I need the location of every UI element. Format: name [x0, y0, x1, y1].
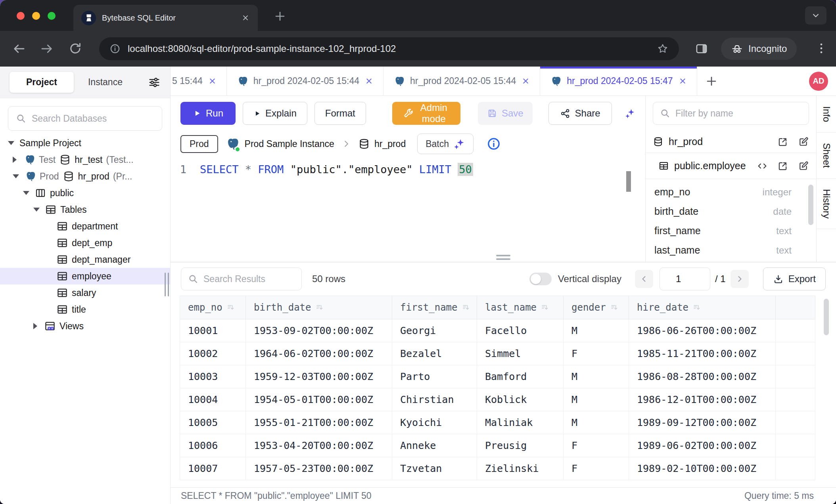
cell[interactable]: Maliniak	[477, 411, 564, 434]
ai-sparkle-icon[interactable]	[625, 105, 635, 121]
cell[interactable]: Bezalel	[392, 342, 477, 365]
sort-icon[interactable]	[610, 303, 619, 312]
cell[interactable]: 1989-09-12T00:00:00Z	[629, 411, 776, 434]
tree-item-dept-emp[interactable]: dept_emp	[0, 235, 170, 251]
cell[interactable]: 1959-12-03T00:00:00Z	[246, 365, 392, 388]
admin-mode-button[interactable]: Admin mode	[392, 102, 460, 125]
cell[interactable]: 1953-04-20T00:00:00Z	[246, 434, 392, 457]
caret-down-icon[interactable]	[33, 208, 40, 212]
cell[interactable]: F	[564, 434, 629, 457]
editor-scrollbar[interactable]	[626, 171, 631, 192]
cell[interactable]: 1955-01-21T00:00:00Z	[246, 411, 392, 434]
caret-right-icon[interactable]	[33, 323, 37, 329]
sort-icon[interactable]	[692, 303, 701, 312]
column-list-scrollbar[interactable]	[808, 185, 813, 225]
tree-item-test[interactable]: Testhr_test(Test...	[0, 151, 170, 168]
cell[interactable]: F	[564, 342, 629, 365]
results-search[interactable]	[181, 267, 302, 290]
cell[interactable]: Anneke	[392, 434, 477, 457]
cell[interactable]: Preusig	[477, 434, 564, 457]
cell[interactable]: 1953-09-02T00:00:00Z	[246, 319, 392, 342]
results-search-input[interactable]	[203, 274, 295, 284]
cell[interactable]: M	[564, 388, 629, 411]
table-row[interactable]: 100061953-04-20T00:00:00ZAnnekePreusigF1…	[180, 434, 836, 457]
close-icon[interactable]	[521, 76, 530, 86]
tree-item-dept-manager[interactable]: dept_manager	[0, 251, 170, 268]
database-search-input[interactable]	[32, 113, 155, 124]
cell[interactable]: 1986-12-01T00:00:00Z	[629, 388, 776, 411]
cell[interactable]: 1954-05-01T00:00:00Z	[246, 388, 392, 411]
cell[interactable]: Tzvetan	[392, 457, 477, 480]
column-header-gender[interactable]: gender	[564, 296, 629, 319]
column-header-hire-date[interactable]: hire_date	[629, 296, 776, 319]
cell[interactable]: 10003	[180, 365, 246, 388]
cell[interactable]: 10004	[180, 388, 246, 411]
editor-tab-2[interactable]: hr_prod 2024-02-05 15:44	[227, 67, 383, 95]
database-breadcrumb[interactable]: hr_prod	[358, 138, 406, 150]
maximize-window-button[interactable]	[48, 12, 56, 20]
table-row[interactable]: 100051955-01-21T00:00:00ZKyoichiMaliniak…	[180, 411, 836, 434]
table-row[interactable]: 100041954-05-01T00:00:00ZChirstianKoblic…	[180, 388, 836, 411]
schema-table-row[interactable]: public.employee	[646, 153, 816, 179]
database-search[interactable]	[8, 106, 162, 131]
sidebar-settings-icon[interactable]	[148, 76, 161, 89]
sort-icon[interactable]	[541, 303, 549, 312]
code-icon[interactable]	[757, 160, 768, 172]
editor-tab-4[interactable]: hr_prod 2024-02-05 15:47	[540, 67, 697, 95]
browser-menu-icon[interactable]	[815, 42, 828, 55]
caret-down-icon[interactable]	[8, 141, 14, 145]
column-header-last-name[interactable]: last_name	[477, 296, 564, 319]
cell[interactable]: 10001	[180, 319, 246, 342]
cell[interactable]: Facello	[477, 319, 564, 342]
vertical-display-toggle[interactable]	[529, 273, 552, 285]
side-tab-sheet[interactable]: Sheet	[817, 133, 836, 179]
cell[interactable]: M	[564, 319, 629, 342]
reload-icon[interactable]	[68, 42, 82, 56]
caret-down-icon[interactable]	[13, 174, 19, 178]
info-icon[interactable]	[487, 137, 501, 151]
cell[interactable]: Simmel	[477, 342, 564, 365]
cell[interactable]: M	[564, 411, 629, 434]
cell[interactable]: Parto	[392, 365, 477, 388]
cell[interactable]: 1989-06-02T00:00:00Z	[629, 434, 776, 457]
column-header-birth-date[interactable]: birth_date	[246, 296, 392, 319]
close-window-button[interactable]	[17, 12, 25, 20]
site-info-icon[interactable]	[109, 43, 121, 54]
instance-breadcrumb[interactable]: Prod Sample Instance	[225, 137, 334, 151]
external-link-icon[interactable]	[777, 160, 788, 172]
editor-tab-3[interactable]: hr_prod 2024-02-05 15:44	[383, 67, 540, 95]
page-number-input[interactable]	[660, 267, 710, 290]
tab-project[interactable]: Project	[10, 72, 74, 93]
prev-page-button[interactable]	[635, 270, 653, 288]
tree-item-prod[interactable]: Prodhr_prod(Pr...	[0, 168, 170, 185]
cell[interactable]: 1985-11-21T00:00:00Z	[629, 342, 776, 365]
edit-icon[interactable]	[798, 160, 809, 172]
sidebar-resize-handle[interactable]	[165, 273, 169, 296]
tree-item-title[interactable]: title	[0, 301, 170, 318]
new-tab-icon[interactable]	[274, 10, 286, 23]
cell[interactable]: 1986-08-28T00:00:00Z	[629, 365, 776, 388]
tree-item-department[interactable]: department	[0, 218, 170, 235]
share-button[interactable]: Share	[548, 102, 612, 125]
cell[interactable]: M	[564, 365, 629, 388]
column-first-name[interactable]: first_nametext	[646, 221, 816, 241]
tree-item-public[interactable]: public	[0, 185, 170, 201]
side-panel-icon[interactable]	[695, 42, 708, 55]
table-row[interactable]: 100031959-12-03T00:00:00ZPartoBamfordM19…	[180, 365, 836, 388]
new-sheet-icon[interactable]	[705, 75, 718, 88]
format-button[interactable]: Format	[314, 102, 366, 125]
cell[interactable]: F	[564, 457, 629, 480]
export-button[interactable]: Export	[763, 267, 826, 290]
browser-tab[interactable]: Bytebase SQL Editor	[73, 5, 258, 31]
cell[interactable]: 10007	[180, 457, 246, 480]
side-tab-info[interactable]: Info	[817, 96, 836, 133]
sort-icon[interactable]	[226, 303, 235, 312]
cell[interactable]: Chirstian	[392, 388, 477, 411]
close-icon[interactable]	[364, 76, 374, 86]
cell[interactable]: 1986-06-26T00:00:00Z	[629, 319, 776, 342]
url-bar[interactable]: localhost:8080/sql-editor/prod-sample-in…	[99, 37, 679, 60]
sql-editor[interactable]: 1 SELECT * FROM "public"."employee" LIMI…	[171, 157, 645, 262]
table-row[interactable]: 100071957-05-23T00:00:00ZTzvetanZielinsk…	[180, 457, 836, 480]
forward-icon[interactable]	[40, 42, 54, 56]
back-icon[interactable]	[12, 42, 26, 56]
